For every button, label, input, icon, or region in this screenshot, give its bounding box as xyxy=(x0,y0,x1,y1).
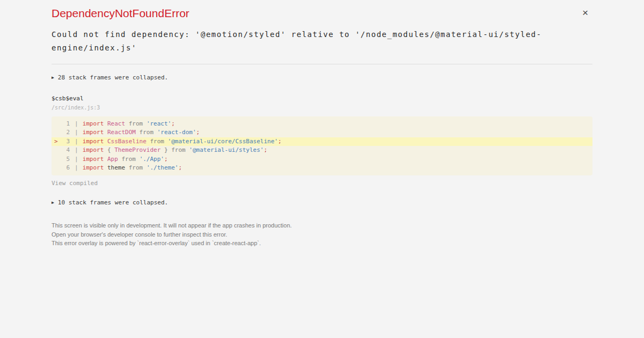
view-compiled-link[interactable]: View compiled xyxy=(52,180,98,187)
error-title: DependencyNotFoundError xyxy=(52,7,592,20)
footer-line-powered-by: This error overlay is powered by `react-… xyxy=(52,239,592,247)
line-number: 5 xyxy=(61,155,70,164)
close-icon[interactable]: × xyxy=(582,8,588,18)
gutter-divider: | xyxy=(75,155,78,164)
line-number: 4 xyxy=(61,146,70,155)
footer-line-console: Open your browser's developer console to… xyxy=(52,230,592,239)
code-line: >3|import CssBaseline from '@material-ui… xyxy=(52,137,592,146)
line-number: 3 xyxy=(61,137,70,146)
line-number: 6 xyxy=(61,164,70,172)
stack-frame-function: $csb$eval xyxy=(52,95,592,102)
footer-line-development: This screen is visible only in developme… xyxy=(52,221,592,230)
footer-note: This screen is visible only in developme… xyxy=(52,221,592,247)
code-frame: 1|import React from 'react';2|import Rea… xyxy=(52,116,592,175)
gutter-divider: | xyxy=(75,164,78,172)
gutter-divider: | xyxy=(75,137,78,146)
collapsed-stack-frames-bottom-label: 10 stack frames were collapsed. xyxy=(58,199,168,206)
stack-frame-location: /src/index.js:3 xyxy=(52,105,592,111)
gutter-divider: | xyxy=(75,146,78,155)
collapsed-stack-frames-bottom[interactable]: ▶10 stack frames were collapsed. xyxy=(52,199,592,206)
error-line-marker: > xyxy=(54,137,61,146)
collapsed-stack-frames-top[interactable]: ▶28 stack frames were collapsed. xyxy=(52,74,592,81)
code-line: 6|import theme from './theme'; xyxy=(52,164,592,172)
triangle-right-icon: ▶ xyxy=(52,75,54,80)
code-line: 2|import ReactDOM from 'react-dom'; xyxy=(52,128,592,137)
gutter-divider: | xyxy=(75,120,78,128)
code-line: 5|import App from './App'; xyxy=(52,155,592,164)
code-line: 1|import React from 'react'; xyxy=(52,120,592,128)
gutter-divider: | xyxy=(75,128,78,137)
triangle-right-icon: ▶ xyxy=(52,200,54,205)
error-message: Could not find dependency: '@emotion/sty… xyxy=(52,28,592,55)
line-number: 2 xyxy=(61,128,70,137)
code-line: 4|import { ThemeProvider } from '@materi… xyxy=(52,146,592,155)
divider xyxy=(52,64,592,64)
line-number: 1 xyxy=(61,120,70,128)
collapsed-stack-frames-top-label: 28 stack frames were collapsed. xyxy=(58,74,168,81)
error-overlay: DependencyNotFoundError × Could not find… xyxy=(52,0,592,248)
